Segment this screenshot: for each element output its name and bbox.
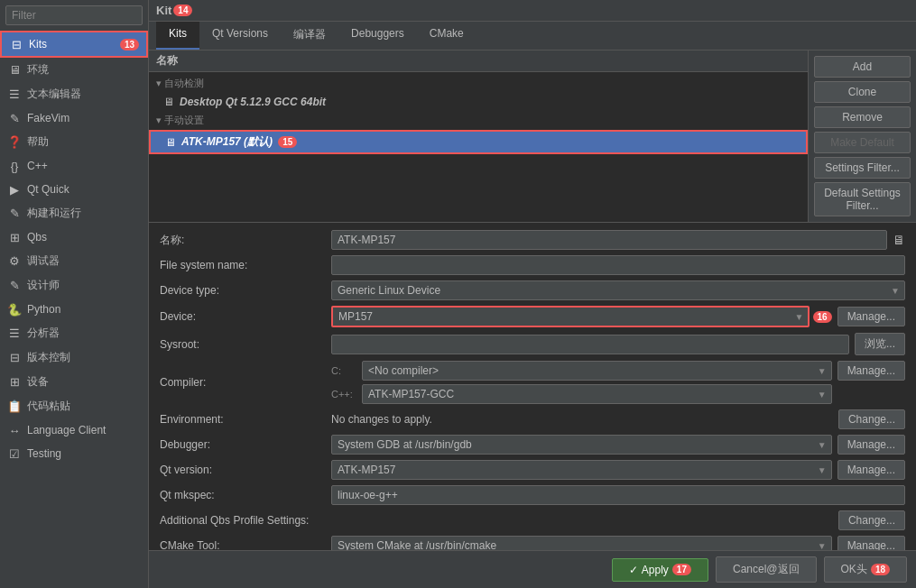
action-btn-default-settings-filter[interactable]: Default Settings Filter... xyxy=(814,182,911,216)
form-row-device: Device:MP15716Manage... xyxy=(160,306,905,327)
device-manage-btn[interactable]: Manage... xyxy=(837,307,905,326)
sidebar-label-cpp: C++ xyxy=(27,160,141,172)
compiler-cpp-select[interactable]: ATK-MP157-GCC xyxy=(362,384,832,404)
tab-qt-versions[interactable]: Qt Versions xyxy=(199,22,281,50)
action-btn-add[interactable]: Add xyxy=(814,56,911,78)
sidebar-filter-container xyxy=(5,5,143,25)
kit-item-ATK-MP157 (默认)[interactable]: 🖥 ATK-MP157 (默认) 15 xyxy=(149,130,808,154)
header-badge: 14 xyxy=(173,5,192,16)
environment-change-btn[interactable]: Change... xyxy=(838,409,905,429)
sidebar-item-text-editor[interactable]: ☰ 文本编辑器 xyxy=(0,82,148,106)
kit-item-label: Desktop Qt 5.12.9 GCC 64bit xyxy=(180,96,326,108)
form-label-compiler: Compiler: xyxy=(160,376,331,389)
sidebar-item-cpp[interactable]: {} C++ xyxy=(0,154,148,178)
sidebar-icon-qt-quick: ▶ xyxy=(7,182,22,197)
form-row-filesystem: File system name: xyxy=(160,255,905,275)
sidebar-item-codepaste[interactable]: 📋 代码粘贴 xyxy=(0,394,148,418)
cmake-tool-select[interactable]: System CMake at /usr/bin/cmake xyxy=(331,536,832,550)
form-label-qt-version: Qt version: xyxy=(160,464,331,476)
filter-input[interactable] xyxy=(5,5,143,25)
cmake-manage-btn[interactable]: Manage... xyxy=(837,536,905,550)
ok-badge: 18 xyxy=(871,564,890,575)
name-input[interactable] xyxy=(331,230,887,250)
tab-cmake[interactable]: CMake xyxy=(417,22,477,50)
device-select[interactable]: MP157 xyxy=(331,306,810,327)
sidebar: ⊟ Kits 13 🖥 环境 ☰ 文本编辑器 ✎ FakeVim ❓ 帮助 {}… xyxy=(0,0,149,588)
sidebar-item-kits[interactable]: ⊟ Kits 13 xyxy=(0,31,148,58)
sidebar-item-qbs[interactable]: ⊞ Qbs xyxy=(0,225,148,249)
action-btn-make-default[interactable]: Make Default xyxy=(814,132,911,153)
sidebar-label-devices: 设备 xyxy=(27,374,141,390)
kit-item-Desktop Qt 5.12.9 GCC 64bit[interactable]: 🖥 Desktop Qt 5.12.9 GCC 64bit xyxy=(149,93,808,111)
sidebar-item-python[interactable]: 🐍 Python xyxy=(0,298,148,321)
compiler-outer: C:<No compiler>C++:ATK-MP157-GCCManage..… xyxy=(331,361,905,404)
sysroot-input[interactable] xyxy=(331,335,849,354)
sidebar-label-version-ctrl: 版本控制 xyxy=(27,350,141,365)
tab-compiler[interactable]: 编译器 xyxy=(281,22,338,50)
sidebar-item-testing[interactable]: ☑ Testing xyxy=(0,442,148,465)
compiler-c-select[interactable]: <No compiler> xyxy=(362,361,832,381)
sidebar-icon-build-run: ✎ xyxy=(7,207,22,221)
tab-kits[interactable]: Kits xyxy=(156,22,199,50)
qt-version-select[interactable]: ATK-MP157 xyxy=(331,460,832,480)
form-label-name: 名称: xyxy=(160,233,331,248)
sidebar-label-qt-quick: Qt Quick xyxy=(27,183,141,196)
sidebar-label-help: 帮助 xyxy=(27,134,141,150)
action-btn-clone[interactable]: Clone xyxy=(814,81,911,103)
sidebar-label-designer: 设计师 xyxy=(27,278,141,293)
sidebar-item-help[interactable]: ❓ 帮助 xyxy=(0,130,148,154)
device-type-select[interactable]: Generic Linux Device xyxy=(331,280,905,300)
details-panel: 名称:🖥File system name:Device type:Generic… xyxy=(149,223,916,550)
sidebar-label-qbs: Qbs xyxy=(27,231,141,243)
compiler-container: C:<No compiler>C++:ATK-MP157-GCC xyxy=(331,361,832,404)
sidebar-item-env[interactable]: 🖥 环境 xyxy=(0,58,148,82)
debugger-manage-btn[interactable]: Manage... xyxy=(837,435,905,455)
form-label-environment: Environment: xyxy=(160,413,331,426)
sidebar-item-debugger[interactable]: ⚙ 调试器 xyxy=(0,249,148,273)
sidebar-item-lang-client[interactable]: ↔ Language Client xyxy=(0,418,148,442)
kit-item-icon: 🖥 xyxy=(163,96,174,108)
sidebar-label-analyzer: 分析器 xyxy=(27,326,141,341)
sidebar-icon-version-ctrl: ⊟ xyxy=(7,351,22,365)
kit-item-label: ATK-MP157 (默认) xyxy=(181,134,273,150)
form-label-device-type: Device type: xyxy=(160,284,331,297)
sidebar-icon-python: 🐍 xyxy=(7,302,22,317)
sidebar-label-debugger: 调试器 xyxy=(27,253,141,269)
cmake-container: System CMake at /usr/bin/cmakeManage... xyxy=(331,536,905,550)
filesystem-input[interactable] xyxy=(331,255,905,275)
sidebar-item-analyzer[interactable]: ☰ 分析器 xyxy=(0,321,148,345)
kit-group-自动检测: ▾ 自动检测 xyxy=(149,74,808,93)
sidebar-item-designer[interactable]: ✎ 设计师 xyxy=(0,273,148,298)
qbs-change-btn[interactable]: Change... xyxy=(838,510,905,530)
sidebar-icon-fakevim: ✎ xyxy=(7,111,22,125)
compiler-manage-btn[interactable]: Manage... xyxy=(837,361,905,381)
cancel-button[interactable]: Cancel@返回 xyxy=(716,556,817,583)
ok-button[interactable]: OK头 18 xyxy=(824,556,907,583)
sidebar-label-lang-client: Language Client xyxy=(27,424,141,436)
sidebar-icon-env: 🖥 xyxy=(7,63,22,78)
debugger-select[interactable]: System GDB at /usr/bin/gdb xyxy=(331,435,832,455)
apply-button[interactable]: ✓ Apply 17 xyxy=(612,558,708,582)
qt-mkspec-input[interactable] xyxy=(331,485,905,505)
sysroot-browse-btn[interactable]: 浏览... xyxy=(855,333,905,355)
sidebar-item-fakevim[interactable]: ✎ FakeVim xyxy=(0,106,148,130)
form-label-cmake-tool: CMake Tool: xyxy=(160,539,331,550)
sidebar-label-env: 环境 xyxy=(27,62,141,78)
tab-debuggers[interactable]: Debuggers xyxy=(338,22,417,50)
qt-version-manage-btn[interactable]: Manage... xyxy=(837,460,905,480)
kit-list-header: 名称 xyxy=(149,51,808,72)
sidebar-icon-analyzer: ☰ xyxy=(7,326,22,341)
form-label-device: Device: xyxy=(160,310,331,323)
monitor-icon[interactable]: 🖥 xyxy=(893,233,905,247)
sidebar-icon-help: ❓ xyxy=(7,135,22,150)
sidebar-item-qt-quick[interactable]: ▶ Qt Quick xyxy=(0,178,148,201)
qt-version-container: ATK-MP157Manage... xyxy=(331,460,905,480)
compiler-c-label: C: xyxy=(331,365,358,376)
sidebar-label-kits: Kits xyxy=(29,38,115,51)
sidebar-item-devices[interactable]: ⊞ 设备 xyxy=(0,370,148,394)
sidebar-item-build-run[interactable]: ✎ 构建和运行 xyxy=(0,201,148,225)
action-btn-remove[interactable]: Remove xyxy=(814,106,911,128)
sidebar-item-version-ctrl[interactable]: ⊟ 版本控制 xyxy=(0,345,148,370)
action-btn-settings-filter[interactable]: Settings Filter... xyxy=(814,157,911,179)
sidebar-icon-text-editor: ☰ xyxy=(7,87,22,102)
